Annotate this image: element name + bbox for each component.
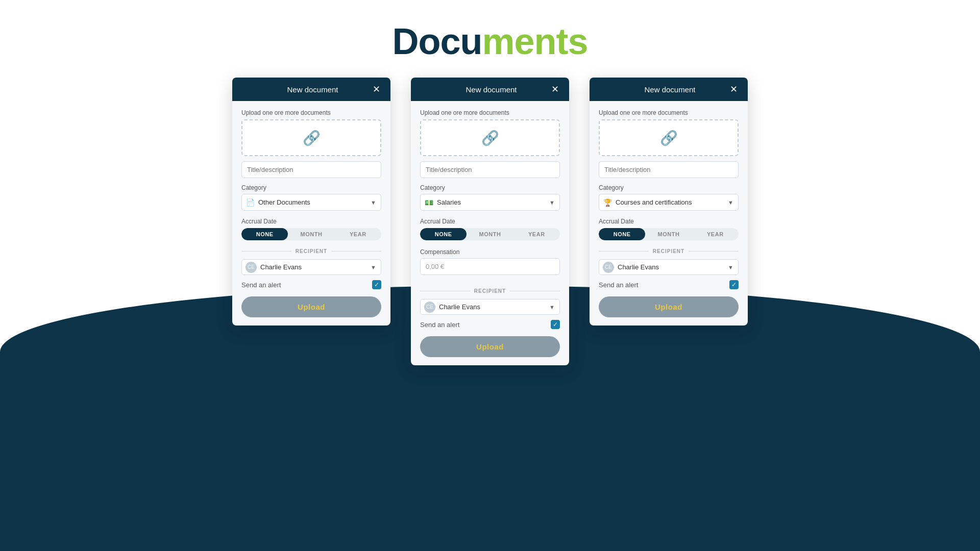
alert-row-3: Send an alert ✓ <box>599 280 739 289</box>
dialog-body-1: Upload one ore more documents 🔗 Category… <box>232 101 390 325</box>
recipient-section-2: RECIPIENT CE Charlie Evans ▼ <box>420 288 560 315</box>
title-input-1[interactable] <box>241 161 381 178</box>
category-select-3[interactable]: Courses and certifications Salaries Othe… <box>599 194 739 211</box>
category-icon-3: 🏆 <box>603 198 612 207</box>
upload-area-3[interactable]: 🔗 <box>599 119 739 156</box>
recipient-divider-3: RECIPIENT <box>599 248 739 254</box>
compensation-section: Compensation <box>420 248 560 281</box>
upload-area-2[interactable]: 🔗 <box>420 119 560 156</box>
divider-line-right-1 <box>331 251 381 252</box>
alert-row-1: Send an alert ✓ <box>241 280 381 289</box>
recipient-section-1: RECIPIENT CE Charlie Evans ▼ <box>241 248 381 275</box>
accrual-toggle-1: NONE MONTH YEAR <box>241 228 381 240</box>
accrual-none-2[interactable]: NONE <box>420 228 467 240</box>
category-label-3: Category <box>599 184 739 191</box>
recipient-label-1: RECIPIENT <box>296 248 327 254</box>
dialog-courses: New document ✕ Upload one ore more docum… <box>590 78 748 325</box>
divider-line-right-2 <box>510 291 560 291</box>
dialog-title-1: New document <box>253 85 373 94</box>
alert-row-2: Send an alert ✓ <box>420 320 560 329</box>
divider-line-left-3 <box>599 251 649 252</box>
recipient-divider-1: RECIPIENT <box>241 248 381 254</box>
category-icon-2: 💵 <box>425 198 433 207</box>
alert-checkbox-1[interactable]: ✓ <box>372 280 381 289</box>
accrual-label-1: Accrual Date <box>241 218 381 225</box>
dialogs-container: New document ✕ Upload one ore more docum… <box>0 62 980 365</box>
divider-line-left-2 <box>420 291 470 291</box>
dialog-body-2: Upload one ore more documents 🔗 Category… <box>411 101 569 365</box>
divider-line-right-3 <box>689 251 739 252</box>
category-label-1: Category <box>241 184 381 191</box>
alert-checkbox-2[interactable]: ✓ <box>551 320 560 329</box>
dialog-header-1: New document ✕ <box>232 78 390 101</box>
accrual-none-1[interactable]: NONE <box>241 228 288 240</box>
category-select-2[interactable]: Salaries Other Documents Courses and cer… <box>420 194 560 211</box>
upload-button-3[interactable]: Upload <box>599 296 739 317</box>
recipient-select-wrapper-1: CE Charlie Evans ▼ <box>241 259 381 275</box>
dialog-header-3: New document ✕ <box>590 78 748 101</box>
dialog-title-3: New document <box>610 85 730 94</box>
page-title: Documents <box>0 0 980 62</box>
upload-button-2[interactable]: Upload <box>420 336 560 357</box>
title-part1: Docu <box>392 21 482 62</box>
upload-label-1: Upload one ore more documents <box>241 109 381 116</box>
avatar-1: CE <box>246 262 257 273</box>
accrual-label-2: Accrual Date <box>420 218 560 225</box>
avatar-2: CE <box>424 302 435 313</box>
recipient-select-wrapper-3: CE Charlie Evans ▼ <box>599 259 739 275</box>
accrual-month-3[interactable]: MONTH <box>645 228 692 240</box>
accrual-year-1[interactable]: YEAR <box>335 228 381 240</box>
category-wrapper-3: 🏆 Courses and certifications Salaries Ot… <box>599 194 739 211</box>
alert-label-2: Send an alert <box>420 321 459 329</box>
close-button-3[interactable]: ✕ <box>730 85 738 94</box>
dialog-salaries: New document ✕ Upload one ore more docum… <box>411 78 569 365</box>
divider-line-left-1 <box>241 251 291 252</box>
accrual-year-3[interactable]: YEAR <box>692 228 739 240</box>
title-input-2[interactable] <box>420 161 560 178</box>
avatar-3: CE <box>603 262 614 273</box>
upload-label-3: Upload one ore more documents <box>599 109 739 116</box>
accrual-year-2[interactable]: YEAR <box>513 228 560 240</box>
title-input-3[interactable] <box>599 161 739 178</box>
accrual-toggle-3: NONE MONTH YEAR <box>599 228 739 240</box>
upload-area-1[interactable]: 🔗 <box>241 119 381 156</box>
close-button-1[interactable]: ✕ <box>373 85 380 94</box>
clip-icon-3: 🔗 <box>660 130 678 146</box>
accrual-month-2[interactable]: MONTH <box>467 228 513 240</box>
category-select-1[interactable]: Other Documents Salaries Courses and cer… <box>241 194 381 211</box>
accrual-month-1[interactable]: MONTH <box>288 228 334 240</box>
category-wrapper-2: 💵 Salaries Other Documents Courses and c… <box>420 194 560 211</box>
close-button-2[interactable]: ✕ <box>551 85 559 94</box>
recipient-select-1[interactable]: Charlie Evans <box>241 259 381 275</box>
category-label-2: Category <box>420 184 560 191</box>
alert-label-3: Send an alert <box>599 281 638 289</box>
recipient-select-2[interactable]: Charlie Evans <box>420 299 560 315</box>
title-part2: ments <box>482 21 587 62</box>
dialog-other-documents: New document ✕ Upload one ore more docum… <box>232 78 390 325</box>
alert-label-1: Send an alert <box>241 281 281 289</box>
category-wrapper-1: 📄 Other Documents Salaries Courses and c… <box>241 194 381 211</box>
clip-icon-1: 🔗 <box>303 130 321 146</box>
accrual-section-1: Accrual Date NONE MONTH YEAR <box>241 218 381 240</box>
recipient-section-3: RECIPIENT CE Charlie Evans ▼ <box>599 248 739 275</box>
accrual-section-3: Accrual Date NONE MONTH YEAR <box>599 218 739 240</box>
clip-icon-2: 🔗 <box>481 130 499 146</box>
dialog-title-2: New document <box>431 85 551 94</box>
compensation-label: Compensation <box>420 248 560 256</box>
category-icon-1: 📄 <box>246 198 255 207</box>
dialog-header-2: New document ✕ <box>411 78 569 101</box>
accrual-none-3[interactable]: NONE <box>599 228 645 240</box>
recipient-label-2: RECIPIENT <box>474 288 506 294</box>
upload-button-1[interactable]: Upload <box>241 296 381 317</box>
accrual-label-3: Accrual Date <box>599 218 739 225</box>
recipient-select-3[interactable]: Charlie Evans <box>599 259 739 275</box>
recipient-select-wrapper-2: CE Charlie Evans ▼ <box>420 299 560 315</box>
compensation-input[interactable] <box>420 258 560 275</box>
upload-label-2: Upload one ore more documents <box>420 109 560 116</box>
recipient-divider-2: RECIPIENT <box>420 288 560 294</box>
accrual-section-2: Accrual Date NONE MONTH YEAR <box>420 218 560 240</box>
recipient-label-3: RECIPIENT <box>653 248 684 254</box>
alert-checkbox-3[interactable]: ✓ <box>729 280 739 289</box>
dialog-body-3: Upload one ore more documents 🔗 Category… <box>590 101 748 325</box>
accrual-toggle-2: NONE MONTH YEAR <box>420 228 560 240</box>
